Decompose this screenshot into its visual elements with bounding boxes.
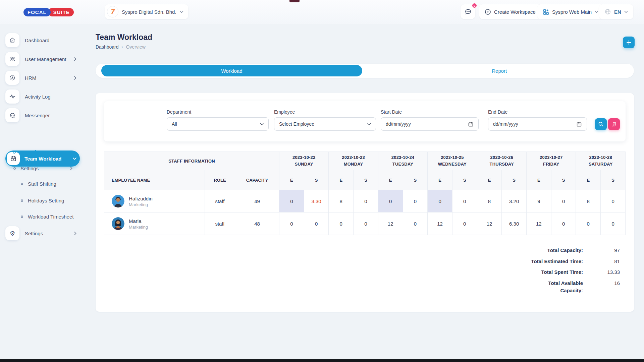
plus-circle-icon [485, 9, 491, 15]
sidebar-item-settings-sub[interactable]: Settings [13, 164, 76, 173]
workload-cell: 0 [551, 213, 576, 235]
sidebar-item-settings[interactable]: ⚙ Settings [5, 226, 80, 241]
employee-select[interactable]: Select Employee [274, 117, 376, 131]
sidebar-item-holidays-setting[interactable]: Holidays Setting [21, 196, 64, 205]
sidebar-item-messenger[interactable]: Messenger [5, 108, 80, 123]
logo-suite: SUITE [48, 8, 74, 16]
workload-cell: 12 [527, 213, 551, 235]
company-name: Syspro Digital Sdn. Bhd. [122, 9, 176, 15]
department-value: All [172, 121, 177, 127]
sidebar-item-hrm[interactable]: HRM [5, 70, 80, 85]
day-header: 2023-10-27FRIDAY [527, 152, 576, 170]
total-capacity-row: Total Capacity: 97 [531, 247, 620, 254]
department-select[interactable]: All [167, 117, 269, 131]
workload-cell: 0 [601, 213, 626, 235]
tab-workload[interactable]: Workload [101, 65, 362, 76]
workload-cell: 0 [601, 190, 626, 213]
staff-information-header: STAFF INFORMATION [104, 152, 279, 170]
day-header: 2023-10-26THURSDAY [477, 152, 526, 170]
end-date-input[interactable]: dd/mm/yyyy [488, 117, 587, 131]
total-value: 81 [583, 258, 620, 265]
workload-cell: 9 [527, 190, 551, 213]
bottom-bar [0, 359, 644, 362]
workload-cell: 3.20 [502, 190, 527, 213]
language-selector[interactable]: EN [599, 4, 633, 19]
col-e: E [378, 170, 403, 190]
chevron-right-icon [74, 76, 76, 80]
company-selector[interactable]: 7 Syspro Digital Sdn. Bhd. [105, 4, 188, 19]
chat-bubble-icon [464, 8, 472, 16]
sidebar-label: Settings [20, 166, 65, 171]
sidebar-item-workload-timesheet[interactable]: Workload Timesheet [21, 212, 73, 221]
sidebar-label: Settings [25, 231, 69, 236]
col-e: E [279, 170, 304, 190]
col-s: S [403, 170, 428, 190]
employee-department: Marketing [129, 202, 153, 207]
bullet-icon [21, 199, 23, 202]
create-workspace-label: Create Workspace [494, 9, 536, 15]
col-e: E [477, 170, 502, 190]
sidebar-item-user-management[interactable]: User Management [5, 52, 80, 66]
table-group-header-row: STAFF INFORMATION 2023-10-22SUNDAY 2023-… [104, 152, 626, 170]
col-s: S [502, 170, 527, 190]
sidebar-label: Workload Timesheet [28, 214, 73, 220]
start-date-value: dd/mm/yyyy [386, 121, 411, 127]
employee-department: Marketing [129, 225, 148, 230]
create-workspace-button[interactable]: Create Workspace [479, 4, 541, 19]
breadcrumb-dashboard-link[interactable]: Dashboard [96, 44, 119, 50]
sidebar: Dashboard User Management HRM Activity L… [0, 24, 85, 362]
col-s: S [551, 170, 576, 190]
table-column-header-row: EMPLOYEE NAME ROLE CAPACITY ES ES ES ES … [104, 170, 626, 190]
role-cell: staff [205, 190, 235, 213]
col-employee-name: EMPLOYEE NAME [104, 170, 205, 190]
sidebar-item-staff-shifting[interactable]: Staff Shifting [21, 179, 56, 188]
breadcrumb-separator-icon: › [122, 45, 123, 49]
messages-button[interactable]: 0 [461, 4, 475, 19]
plus-icon [626, 40, 632, 45]
sidebar-item-dashboard[interactable]: Dashboard [5, 33, 80, 48]
workload-cell: 12 [378, 213, 403, 235]
chevron-right-icon [70, 167, 72, 170]
sidebar-label: Holidays Setting [28, 198, 64, 203]
day-header: 2023-10-22SUNDAY [279, 152, 329, 170]
workload-cell: 0 [354, 190, 378, 213]
sidebar-item-overview[interactable]: Overview [13, 147, 76, 157]
chevron-down-icon [595, 11, 598, 13]
sidebar-label: HRM [25, 75, 69, 81]
total-label: Total Available Capacity: [533, 280, 583, 295]
start-date-label: Start Date [381, 109, 402, 115]
workspace-selector[interactable]: Syspro Web Main [537, 4, 604, 19]
home-icon [5, 33, 19, 47]
screen-artifact [289, 0, 300, 2]
col-role: ROLE [205, 170, 235, 190]
role-cell: staff [205, 213, 235, 235]
sidebar-item-activity-log[interactable]: Activity Log [5, 89, 80, 104]
clear-icon [611, 122, 617, 127]
day-header: 2023-10-28SATURDAY [576, 152, 626, 170]
sidebar-label: Dashboard [25, 38, 80, 43]
tab-report[interactable]: Report [492, 68, 507, 74]
sidebar-label: Overview [20, 149, 43, 155]
col-e: E [576, 170, 601, 190]
avatar [112, 217, 124, 230]
workload-cell: 0 [279, 190, 304, 213]
tab-bar: Workload Report [96, 64, 634, 78]
chevron-down-icon [624, 11, 628, 13]
col-s: S [354, 170, 378, 190]
workload-cell: 6.30 [502, 213, 527, 235]
start-date-input[interactable]: dd/mm/yyyy [381, 117, 479, 131]
employee-name: Maria [129, 218, 148, 225]
search-button[interactable] [595, 118, 607, 130]
total-spent-row: Total Spent Time: 13.33 [531, 268, 620, 276]
workload-cell: 12 [477, 213, 502, 235]
add-button[interactable] [623, 37, 635, 48]
company-logo-icon: 7 [107, 6, 118, 17]
day-header: 2023-10-24TUESDAY [378, 152, 427, 170]
employee-cell: Maria Marketing [104, 213, 205, 235]
employee-label: Employee [274, 109, 295, 115]
workload-cell: 0 [279, 213, 304, 235]
sidebar-label: Activity Log [25, 94, 80, 100]
avatar [112, 195, 124, 207]
reset-button[interactable] [608, 118, 620, 130]
language-code: EN [614, 9, 621, 15]
